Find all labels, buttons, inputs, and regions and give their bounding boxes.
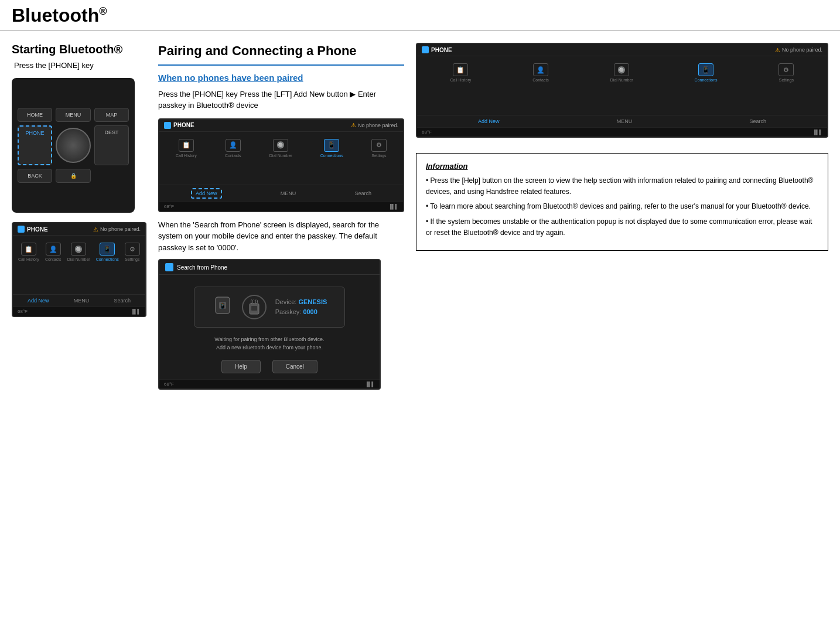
col3-callhistory-icon: 📋 xyxy=(453,63,468,76)
sfp-header: Search from Phone xyxy=(159,260,380,275)
col3-phone-bottombar: Add New MENU Search xyxy=(417,115,827,127)
col2-phone-icon xyxy=(164,122,171,129)
col1-tab-contacts[interactable]: 👤 Contacts xyxy=(45,243,62,261)
sfp-device-text: Device: GENESIS Passkey: 0000 xyxy=(275,297,327,318)
col3-connections-icon: 📱 xyxy=(698,63,713,76)
col3-phone-screen: PHONE ⚠ No phone paired. 📋 Call History … xyxy=(416,43,828,138)
col2-btn-search[interactable]: Search xyxy=(354,190,371,196)
col3-tab-settings[interactable]: ⚙ Settings xyxy=(778,63,794,82)
car-panel-image: HOME MENU MAP PHONE DEST BACK 🔒 xyxy=(12,78,135,213)
col2-tab-connections[interactable]: 📱 Connections xyxy=(320,139,343,158)
car-btn-phone[interactable]: PHONE xyxy=(18,125,52,165)
col2-subsection-title: When no phones have been paired xyxy=(158,73,404,83)
col1-tab-settings[interactable]: ⚙ Settings xyxy=(125,243,140,261)
col2-phone-empty xyxy=(159,161,403,185)
sfp-waiting-text: Waiting for pairing from other Bluetooth… xyxy=(214,336,324,352)
col3-btn-search[interactable]: Search xyxy=(749,118,766,124)
col2-divider xyxy=(158,64,404,66)
col3-warning-icon: ⚠ xyxy=(775,47,780,53)
car-btn-back[interactable]: BACK xyxy=(18,169,52,183)
sfp-buttons: Help Cancel xyxy=(221,360,317,373)
col2-callhistory-icon: 📋 xyxy=(179,139,194,152)
col3-status-signal: ▐▌▌ xyxy=(812,130,822,135)
col2-btn-addnew[interactable]: Add New xyxy=(191,188,222,199)
col1-btn-menu[interactable]: MENU xyxy=(74,298,90,304)
info-bullet-1: • Press the [Help] button on the screen … xyxy=(426,175,818,197)
info-bullet-2: • To learn more about searching from Blu… xyxy=(426,201,818,212)
col3-phone-topbar: PHONE ⚠ No phone paired. xyxy=(417,44,827,56)
column-3: PHONE ⚠ No phone paired. 📋 Call History … xyxy=(416,43,828,390)
col3-phone-empty xyxy=(417,86,827,115)
col2-status-signal: ▐▌▌ xyxy=(388,204,398,209)
page-title: Bluetooth® xyxy=(12,5,828,26)
col2-contacts-icon: 👤 xyxy=(226,139,241,152)
col1-phone-status: 68°F ▐▌▌ xyxy=(13,307,145,316)
col3-dial-icon: 🔘 xyxy=(614,63,629,76)
sfp-help-button[interactable]: Help xyxy=(221,360,261,373)
sfp-body: 📱 ((·)) Device: xyxy=(159,275,380,379)
car-btn-home[interactable]: HOME xyxy=(18,108,52,122)
col3-tab-connections[interactable]: 📱 Connections xyxy=(695,63,718,82)
svg-text:((·)): ((·)) xyxy=(250,298,258,304)
bluetooth-big-icon: 📱 xyxy=(212,295,233,320)
info-box-title: Information xyxy=(426,162,818,171)
col3-status-temp: 68°F xyxy=(422,130,432,135)
col1-status-signal: ▐▌▌ xyxy=(131,309,141,314)
col2-settings-icon: ⚙ xyxy=(371,139,387,152)
sfp-status-temp: 68°F xyxy=(164,382,174,387)
car-buttons-top: HOME MENU MAP PHONE DEST BACK 🔒 xyxy=(12,102,135,189)
dial-icon: 🔘 xyxy=(71,243,86,256)
col2-phone-topbar: PHONE ⚠ No phone paired. xyxy=(159,120,403,132)
col2-description: When the 'Search from Phone' screen is d… xyxy=(158,219,404,254)
col3-btn-addnew[interactable]: Add New xyxy=(478,118,500,124)
col3-phone-icon xyxy=(422,46,429,53)
col2-title: Pairing and Connecting a Phone xyxy=(158,43,404,60)
car-dial-knob[interactable] xyxy=(56,128,91,163)
car-btn-map[interactable]: MAP xyxy=(94,108,129,122)
settings-icon: ⚙ xyxy=(125,243,140,256)
col3-btn-menu[interactable]: MENU xyxy=(617,118,633,124)
page-header: Bluetooth® xyxy=(0,0,840,31)
col3-phone-tabs: 📋 Call History 👤 Contacts 🔘 Dial Number … xyxy=(417,56,827,86)
warning-icon: ⚠ xyxy=(93,226,98,233)
sfp-status-bar: 68°F ▐▌▌ xyxy=(159,379,380,389)
col3-contacts-icon: 👤 xyxy=(533,63,548,76)
col2-connections-icon: 📱 xyxy=(324,139,339,152)
col2-tab-contacts[interactable]: 👤 Contacts xyxy=(225,139,241,158)
col1-status-temp: 68°F xyxy=(18,309,28,314)
info-bullet-3: • If the system becomes unstable or the … xyxy=(426,216,818,239)
col3-tab-contacts[interactable]: 👤 Contacts xyxy=(532,63,549,82)
connections-icon: 📱 xyxy=(100,243,115,256)
col2-tab-settings[interactable]: ⚙ Settings xyxy=(371,139,387,158)
col1-btn-addnew[interactable]: Add New xyxy=(28,298,49,304)
call-history-icon: 📋 xyxy=(21,243,36,256)
car-btn-lock[interactable]: 🔒 xyxy=(56,169,91,183)
col2-tab-callhistory[interactable]: 📋 Call History xyxy=(176,139,197,158)
col1-tab-dialnumber[interactable]: 🔘 Dial Number xyxy=(67,243,90,261)
col2-phone-screen: PHONE ⚠ No phone paired. 📋 Call History … xyxy=(158,118,404,212)
sfp-cancel-button[interactable]: Cancel xyxy=(272,360,317,373)
col2-phone-tabs: 📋 Call History 👤 Contacts 🔘 Dial Number … xyxy=(159,132,403,161)
col1-phone-topbar: PHONE ⚠ No phone paired. xyxy=(13,223,145,236)
col2-phone-bottombar: Add New MENU Search xyxy=(159,185,403,202)
col1-tab-connections[interactable]: 📱 Connections xyxy=(96,243,119,261)
col1-phone-tabs: 📋 Call History 👤 Contacts 🔘 Dial Number … xyxy=(13,236,145,265)
car-btn-menu[interactable]: MENU xyxy=(56,108,91,122)
search-from-phone-screen: Search from Phone 📱 xyxy=(158,259,381,390)
col2-status-temp: 68°F xyxy=(164,204,174,209)
col1-phone-empty xyxy=(13,265,145,294)
col2-phone-wrap: PHONE ⚠ No phone paired. 📋 Call History … xyxy=(158,118,404,212)
info-box-text: • Press the [Help] button on the screen … xyxy=(426,175,818,239)
car-btn-dest[interactable]: DEST xyxy=(94,125,129,165)
col2-tab-dialnumber[interactable]: 🔘 Dial Number xyxy=(269,139,292,158)
col3-tab-dialnumber[interactable]: 🔘 Dial Number xyxy=(610,63,633,82)
lock-icon: 🔒 xyxy=(70,173,77,179)
column-2: Pairing and Connecting a Phone When no p… xyxy=(158,43,404,390)
col2-btn-menu[interactable]: MENU xyxy=(281,190,296,196)
col1-tab-callhistory[interactable]: 📋 Call History xyxy=(18,243,39,261)
svg-text:📱: 📱 xyxy=(219,302,227,309)
col1-btn-search[interactable]: Search xyxy=(114,298,131,304)
col1-phone-screen: PHONE ⚠ No phone paired. 📋 Call History … xyxy=(12,222,146,317)
col3-tab-callhistory[interactable]: 📋 Call History xyxy=(450,63,471,82)
col2-phone-status: 68°F ▐▌▌ xyxy=(159,202,403,211)
